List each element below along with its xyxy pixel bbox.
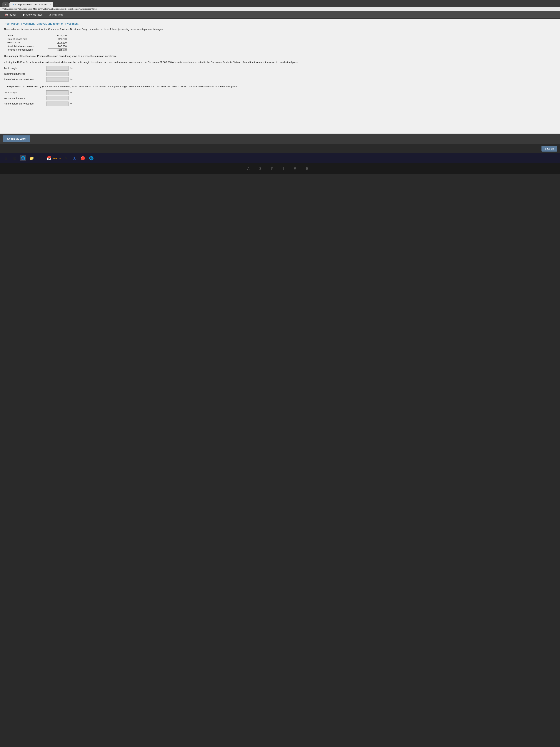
ror-b-suffix: % — [70, 102, 73, 105]
page-title-text: Profit Margin, Investment Turnover, and … — [4, 22, 79, 25]
table-row: Administrative expenses 280,800 — [7, 45, 556, 48]
mail-icon[interactable]: ✉ — [37, 155, 43, 161]
row-label-gross: Gross profit — [7, 41, 48, 44]
investment-turnover-b-label: Investment turnover — [4, 97, 45, 100]
input-row-ror-b: Rate of return on investment % — [4, 102, 556, 106]
financial-table: Sales $936,000 Cost of goods sold 421,20… — [7, 34, 556, 52]
address-bar[interactable]: n/takeAssignment/takeAssignmentMain.do?i… — [0, 7, 560, 11]
tab-active-close-icon[interactable]: × — [50, 4, 51, 6]
row-label-cogs: Cost of goods sold — [7, 37, 48, 41]
ror-b-label: Rate of return on investment — [4, 102, 45, 105]
ror-a-label: Rate of return on investment — [4, 78, 45, 81]
input-row-ror-a: Rate of return on investment % — [4, 77, 556, 82]
show-me-how-label: Show Me How — [26, 14, 42, 16]
question-a-label: a. Using the DuPont formula for return o… — [4, 60, 556, 64]
question-b-text: If expenses could be reduced by $46,800 … — [6, 85, 238, 88]
tab-refresh-icon: ⟳ — [12, 3, 14, 6]
tab-active-label: CengageNOWv2 | Online teachin — [16, 3, 48, 6]
manager-text-content: The manager of the Consumer Products Div… — [4, 55, 117, 57]
row-value-cogs: 421,200 — [48, 37, 67, 41]
search-taskbar-icon[interactable]: ⊟ — [11, 155, 18, 161]
input-row-profit-margin-b: Profit margin % — [4, 91, 556, 95]
profit-margin-a-input[interactable] — [46, 66, 69, 71]
ebook-icon: 📖 — [5, 13, 8, 16]
chrome-icon[interactable]: 🌐 — [88, 155, 95, 161]
input-row-investment-turnover-b: Investment turnover — [4, 96, 556, 100]
print-icon: 🖨 — [49, 13, 51, 16]
check-my-work-label: Check My Work — [7, 137, 26, 140]
save-and-label: Save an — [545, 147, 554, 150]
question-b-bold: b. — [4, 85, 6, 88]
row-value-income: $234,000 — [48, 48, 67, 51]
edge-icon[interactable]: 🌐 — [20, 155, 26, 161]
investment-turnover-b-input[interactable] — [46, 96, 69, 100]
ror-a-input[interactable] — [46, 77, 69, 82]
keyboard-keys: A S P I R E — [247, 167, 313, 171]
question-b-label: b. If expenses could be reduced by $46,8… — [4, 85, 556, 88]
ebook-label: eBook — [9, 14, 16, 16]
profit-margin-b-label: Profit margin — [4, 91, 45, 94]
ror-b-input[interactable] — [46, 102, 69, 106]
ror-a-suffix: % — [70, 78, 73, 81]
question-a-text: Using the DuPont formula for return on i… — [6, 61, 299, 63]
taskbar: ⊞ ⊟ 🌐 📁 ✉ 📅 amazon ❖ B. 🔴 🌐 — [0, 153, 560, 163]
row-label-income: Income from operations — [7, 48, 48, 51]
row-value-admin: 280,800 — [48, 45, 67, 48]
row-label-admin: Administrative expenses — [7, 45, 48, 48]
question-a-bold: a. — [4, 61, 6, 63]
ebook-button[interactable]: 📖 eBook — [2, 12, 20, 18]
profit-margin-b-input[interactable] — [46, 91, 69, 95]
check-my-work-button[interactable]: Check My Work — [3, 135, 30, 142]
profit-margin-b-suffix: % — [70, 91, 73, 94]
toolbar: 📖 eBook ▶ Show Me How 🖨 Print Item — [0, 11, 560, 19]
save-bar: Save an — [0, 144, 560, 153]
table-row: Cost of goods sold 421,200 — [7, 37, 556, 41]
play-icon: ▶ — [23, 13, 25, 16]
start-button[interactable]: ⊞ — [3, 155, 9, 161]
table-row: Gross profit $514,800 — [7, 41, 556, 45]
input-row-investment-turnover-a: Investment turnover — [4, 72, 556, 76]
investment-turnover-a-label: Investment turnover — [4, 73, 45, 75]
table-row: Income from operations $234,000 — [7, 48, 556, 52]
url-text: n/takeAssignment/takeAssignmentMain.do?i… — [2, 8, 97, 10]
file-explorer-icon[interactable]: 📁 — [28, 155, 35, 161]
page-title: Profit Margin, Investment Turnover, and … — [4, 22, 556, 25]
question-b-section: b. If expenses could be reduced by $46,8… — [4, 85, 556, 106]
row-value-gross: $514,800 — [48, 41, 67, 44]
dropbox-icon[interactable]: ❖ — [62, 155, 69, 161]
tab-inactive-close: × — [5, 3, 6, 6]
tab-active[interactable]: ⟳ CengageNOWv2 | Online teachin × — [9, 2, 53, 7]
keyboard-area: A S P I R E — [0, 163, 560, 174]
row-value-sales: $936,000 — [48, 34, 67, 37]
investment-turnover-a-input[interactable] — [46, 72, 69, 76]
intro-text: The condensed income statement for the C… — [4, 27, 556, 31]
word-icon[interactable]: B. — [71, 155, 77, 161]
manager-text: The manager of the Consumer Products Div… — [4, 54, 556, 58]
row-label-sales: Sales — [7, 34, 48, 37]
save-and-button[interactable]: Save an — [541, 146, 557, 152]
print-item-label: Print Item — [52, 14, 63, 16]
show-me-how-button[interactable]: ▶ Show Me How — [20, 12, 45, 18]
main-content: Profit Margin, Investment Turnover, and … — [0, 19, 560, 134]
table-row: Sales $936,000 — [7, 34, 556, 37]
new-tab-button[interactable]: + — [54, 1, 59, 7]
question-a-section: a. Using the DuPont formula for return o… — [4, 60, 556, 82]
input-row-profit-margin-a: Profit margin % — [4, 66, 556, 71]
tab-bar: × ⟳ CengageNOWv2 | Online teachin × + — [2, 1, 558, 7]
calendar-icon[interactable]: 📅 — [46, 155, 52, 161]
profit-margin-a-suffix: % — [70, 67, 73, 70]
office-icon[interactable]: 🔴 — [80, 155, 86, 161]
profit-margin-a-label: Profit margin — [4, 67, 45, 70]
amazon-icon[interactable]: amazon — [54, 155, 60, 161]
intro-content: The condensed income statement for the C… — [4, 28, 163, 31]
bottom-bar: Check My Work — [0, 134, 560, 144]
tab-inactive[interactable]: × — [2, 2, 9, 7]
browser-chrome: × ⟳ CengageNOWv2 | Online teachin × + — [0, 0, 560, 7]
print-item-button[interactable]: 🖨 Print Item — [45, 12, 66, 18]
